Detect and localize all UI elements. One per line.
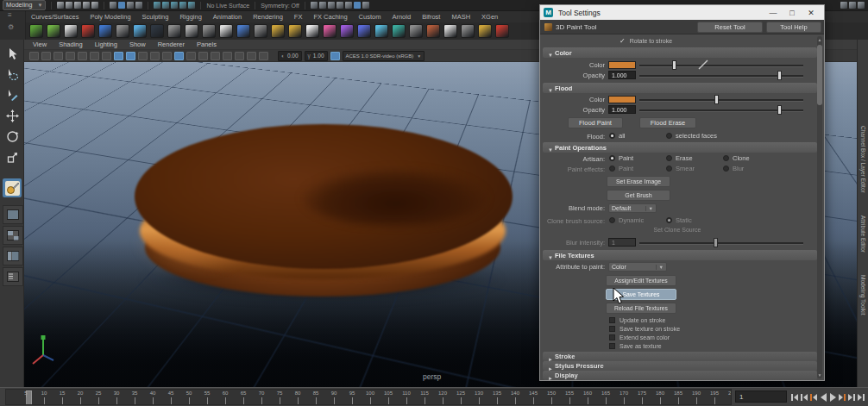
shelf-tab-fx[interactable]: FX	[294, 13, 303, 21]
slider-handle[interactable]	[714, 238, 718, 247]
panel-menu-shading[interactable]: Shading	[59, 41, 83, 48]
viewport-toolbar-icon[interactable]	[53, 52, 63, 60]
selection-mask-icon[interactable]	[118, 2, 125, 9]
shelf-tab-rendering[interactable]: Rendering	[253, 13, 283, 21]
panel-menu-lighting[interactable]: Lighting	[95, 41, 117, 48]
snap-icon[interactable]	[188, 2, 195, 9]
sidebar-toggle-icon[interactable]	[840, 2, 847, 9]
section-header-flood[interactable]: ▼ Flood	[543, 83, 817, 93]
radio-selected-faces[interactable]: selected faces	[666, 132, 723, 140]
shelf-options-corner[interactable]: ≡ ⚙	[0, 11, 26, 40]
shelf-icon[interactable]	[323, 24, 337, 38]
rotate-to-stroke-checkbox[interactable]: ✓ Rotate to stroke	[620, 37, 827, 45]
shelf-icon[interactable]	[81, 24, 95, 38]
shelf-icon[interactable]	[392, 24, 406, 38]
color-slider[interactable]	[639, 60, 803, 70]
section-header-paint-operations[interactable]: ▼ Paint Operations	[543, 142, 817, 153]
viewport-toolbar-icon[interactable]	[174, 52, 184, 60]
selection-mask-icon[interactable]	[127, 2, 134, 9]
symmetry-dropdown[interactable]: Symmetry: Off	[261, 3, 299, 9]
sidebar-tab-channel-box-layer-editor[interactable]: Channel Box / Layer Editor	[860, 126, 866, 193]
live-surface-status[interactable]: No Live Surface	[206, 3, 249, 9]
selection-mask-icon[interactable]	[110, 2, 116, 9]
viewport-toolbar-icon[interactable]	[235, 52, 244, 60]
step-forward-frame-button[interactable]	[847, 391, 856, 403]
slider-handle[interactable]	[777, 71, 782, 80]
render-icon[interactable]	[345, 2, 352, 9]
panel-menu-view[interactable]: View	[33, 41, 47, 48]
flood-erase-button[interactable]: Flood Erase	[639, 117, 696, 128]
viewport-toolbar-icon[interactable]	[247, 52, 256, 60]
render-icon[interactable]	[337, 2, 343, 9]
reset-tool-button[interactable]: Reset Tool	[697, 22, 763, 33]
shelf-icon[interactable]	[64, 24, 78, 38]
file-icon[interactable]	[74, 2, 81, 9]
step-back-frame-button[interactable]	[800, 391, 808, 403]
snap-icon[interactable]	[154, 2, 160, 9]
file-icon[interactable]	[83, 2, 90, 9]
shelf-icon[interactable]	[167, 24, 181, 38]
slider-handle[interactable]	[714, 95, 719, 104]
scroll-down-icon[interactable]: ▼	[817, 372, 822, 378]
shelf-icon[interactable]	[409, 24, 423, 38]
shelf-icon[interactable]	[305, 24, 319, 38]
blend-mode-dropdown[interactable]: Default ▼	[608, 203, 657, 213]
shelf-tab-mash[interactable]: MASH	[451, 13, 470, 21]
minimize-button[interactable]: —	[764, 7, 783, 18]
slider-handle[interactable]	[777, 105, 782, 115]
close-button[interactable]: ✕	[802, 7, 821, 18]
shelf-menu-icon[interactable]: ≡	[8, 11, 12, 19]
scale-tool-icon[interactable]	[3, 148, 21, 166]
viewport-toolbar-icon[interactable]	[150, 52, 160, 60]
shelf-tab-sculpting[interactable]: Sculpting	[142, 13, 169, 21]
snap-icon[interactable]	[162, 2, 169, 9]
attribute-to-paint-dropdown[interactable]: Color ▼	[608, 262, 667, 272]
radio-paint[interactable]: Paint	[609, 154, 666, 162]
viewport-toolbar-icon[interactable]	[211, 52, 220, 60]
section-header-file-textures[interactable]: ▼ File Textures	[543, 250, 817, 260]
shelf-icon[interactable]	[116, 24, 129, 38]
snap-icon[interactable]	[179, 2, 186, 9]
shelf-icon[interactable]	[426, 24, 440, 38]
render-icon[interactable]	[354, 2, 361, 9]
assign-edit-textures-button[interactable]: Assign/Edit Textures	[606, 275, 676, 286]
shelf-tab-fx-caching[interactable]: FX Caching	[313, 13, 347, 21]
radio-erase[interactable]: Erase	[666, 154, 723, 162]
shelf-icon[interactable]	[29, 24, 43, 38]
lasso-select-tool-icon[interactable]	[3, 66, 21, 83]
shelf-icon[interactable]	[133, 24, 147, 38]
cookie-model[interactable]	[129, 124, 513, 307]
sidebar-toggle-icon[interactable]	[849, 2, 856, 9]
play-backwards-button[interactable]	[819, 391, 827, 403]
shelf-tab-bifrost[interactable]: Bifrost	[422, 13, 440, 21]
current-tool-3d-paint-icon[interactable]	[3, 178, 22, 197]
render-icon[interactable]	[311, 2, 318, 9]
set-clone-source-button[interactable]: Set Clone Source	[608, 227, 746, 233]
shelf-icon[interactable]	[340, 24, 354, 38]
layout-outliner-button[interactable]	[3, 267, 23, 286]
viewport-toolbar-icon[interactable]	[29, 52, 39, 60]
viewport-toolbar-icon[interactable]	[259, 52, 268, 60]
radio-static[interactable]: Static	[666, 216, 723, 224]
layout-two-pane-button[interactable]	[3, 247, 23, 265]
radio-blur[interactable]: Blur	[723, 165, 780, 172]
step-forward-key-button[interactable]	[838, 391, 846, 403]
section-header-display[interactable]: ►Display	[543, 371, 817, 380]
shelf-icon[interactable]	[374, 24, 388, 38]
tool-settings-scrollbar[interactable]: ▲ ▼	[817, 36, 822, 378]
radio-paint[interactable]: Paint	[609, 165, 666, 172]
rotate-tool-icon[interactable]	[3, 128, 21, 145]
shelf-tab-poly-modeling[interactable]: Poly Modeling	[90, 13, 130, 21]
render-icon[interactable]	[319, 2, 326, 9]
scroll-up-icon[interactable]: ▲	[817, 37, 822, 42]
radio-clone[interactable]: Clone	[723, 154, 780, 162]
opacity-slider[interactable]	[639, 71, 803, 80]
maximize-button[interactable]: □	[783, 7, 802, 18]
viewport-toolbar-icon[interactable]	[78, 52, 87, 60]
shelf-icon[interactable]	[271, 24, 285, 38]
shelf-tab-xgen[interactable]: XGen	[481, 13, 498, 21]
panel-menu-show[interactable]: Show	[129, 41, 146, 48]
shelf-icon[interactable]	[254, 24, 267, 38]
file-icon[interactable]	[91, 2, 98, 9]
opacity-field[interactable]: 1.000	[608, 71, 636, 79]
